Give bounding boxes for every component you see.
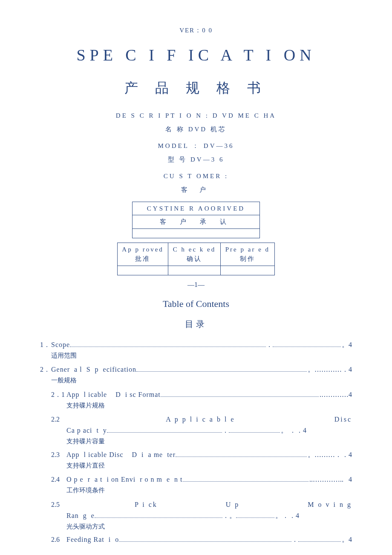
toc-dots [183,477,308,482]
toc-word: M o v i n g [308,500,352,510]
customer-chinese: 客 户 [38,185,354,195]
approved-cell: Ap p roved 批准 [118,243,168,266]
description-english: DE S C R I PT I O N : D VD ME C HA [38,111,354,121]
customer-approved-en: CYSTINE R AOORIVED [133,202,260,215]
toc-num: 2.4 [51,474,66,499]
customer-approved-cn: 客 户 承 认 [133,215,260,229]
prepared-en: Pre p ar e d [222,245,274,254]
toc-num: 2.3 [51,450,66,474]
signoff-table: Ap p roved 批准 C h ec k ed 确认 Pre p ar e … [117,243,275,275]
toc-label: Ran g e [66,511,95,521]
toc-page: 。…………．4 [308,364,352,375]
table-of-contents: 1． Scope ． 。4 适用范围 2． Gener a l S p ecif… [38,340,354,545]
toc-dots [298,538,341,542]
toc-label-cn: 工作环境条件 [66,486,352,495]
toc-spacer: ． [291,535,298,545]
checked-blank [168,266,221,275]
toc-dots [70,343,266,347]
checked-en: C h ec k ed [169,245,219,254]
approved-cn: 批准 [118,254,167,264]
toc-item-operation-env: 2.4 O p e r a t i on Envi r o n m e n t … [51,474,352,499]
customer-approved-blank [133,228,260,238]
page-break-marker: —1— [38,280,354,290]
toc-dots [273,343,341,347]
toc-num: 2．1 [51,390,66,414]
page-number-footer: 1 / 12 [38,553,354,555]
checked-cn: 确认 [169,254,219,264]
toc-label: Ca p aci t y [66,425,107,436]
toc-num: 2.5 [51,500,66,510]
toc-label-cn: 支持碟片直径 [66,461,352,471]
description-block: DE S C R I PT I O N : D VD ME C HA 名 称 D… [38,111,354,134]
toc-word: Disc [334,414,352,425]
toc-word: P i ck [135,500,158,510]
toc-label-cn: 适用范围 [51,351,352,361]
toc-num: 2.2 [51,414,66,425]
toc-item-pickup-range: 2.5 P i ck U p M o v i n g Ran g e ．。 。．… [51,500,352,532]
approved-en: Ap p roved [118,245,167,254]
toc-label: App l icable Disc D i a me ter [66,450,176,460]
toc-num: 2． [40,364,51,389]
toc-label-cn: 支持碟片规格 [66,401,352,410]
toc-num: 2.6 [51,535,66,545]
toc-dots [107,428,222,433]
toc-spacer: ．。 [222,511,236,521]
toc-label-cn: 一般规格 [51,376,352,385]
toc-page: 。 ．．4 [281,425,306,436]
toc-dots [229,428,280,433]
toc-dots [176,453,307,457]
toc-page: 。．．4 [275,511,299,521]
customer-approved-table: CYSTINE R AOORIVED 客 户 承 认 [132,202,260,238]
version-label: VER：0 0 [38,26,354,35]
toc-heading-chinese: 目录 [38,318,354,330]
toc-label-cn: 支持碟片容量 [66,436,352,446]
toc-item-scope: 1． Scope ． 。4 适用范围 [40,340,352,364]
toc-num: 1． [40,340,51,364]
checked-cell: C h ec k ed 确认 [168,243,221,266]
customer-english: CU S T OMER : [38,171,354,181]
title-chinese: 产 品 规 格 书 [38,78,354,98]
prepared-cell: Pre p ar e d 制作 [220,243,274,266]
toc-spacer: ． [266,340,273,350]
toc-page: 。4 [342,340,352,350]
toc-dots [136,367,307,372]
toc-page: ..………….. 4 [309,474,352,485]
toc-spacer: ． [222,425,229,436]
toc-label: Gener a l S p ecification [51,364,136,375]
toc-word: A p p l i c a b l e [166,414,235,425]
toc-label: Scope [51,340,70,350]
toc-page: .…………4 [320,390,352,400]
prepared-blank [220,266,274,275]
toc-item-disc-capacity: 2.2 A p p l i c a b l e Disc Ca p aci t … [51,414,352,446]
toc-label: App l icable D i sc Format [66,390,161,400]
toc-dots [95,514,222,518]
toc-page: 。4 [342,535,352,545]
toc-page: 。………．．4 [308,450,352,460]
prepared-cn: 制作 [222,254,274,264]
model-chinese: 型 号 DV—3 6 [38,155,354,165]
customer-block: CU S T OMER : 客 户 [38,171,354,195]
toc-label-cn: 光头驱动方式 [66,522,352,532]
model-english: MODEL ： DV—36 [38,141,354,151]
approved-blank [118,266,168,275]
toc-heading-english: Table of Contents [38,297,354,311]
toc-label: O p e r a t i on Envi r o n m e n t [66,474,183,485]
toc-dots [161,393,319,397]
description-chinese: 名 称 DVD 机芯 [38,124,354,134]
toc-label: Feeding Rat i o [66,535,119,545]
toc-dots [236,514,274,518]
toc-item-disc-diameter: 2.3 App l icable Disc D i a me ter 。………．… [51,450,352,474]
toc-item-disc-format: 2．1 App l icable D i sc Format .…………4 支持… [51,390,352,414]
title-english: SPE C I F IC A T I ON [38,43,354,67]
toc-item-general-spec: 2． Gener a l S p ecification 。…………．4 一般规… [40,364,352,389]
toc-dots [119,538,291,542]
model-block: MODEL ： DV—36 型 号 DV—3 6 [38,141,354,165]
toc-word: U p [226,500,240,510]
toc-item-feeding-ratio: 2.6 Feeding Rat i o ． 。4 [51,535,352,545]
